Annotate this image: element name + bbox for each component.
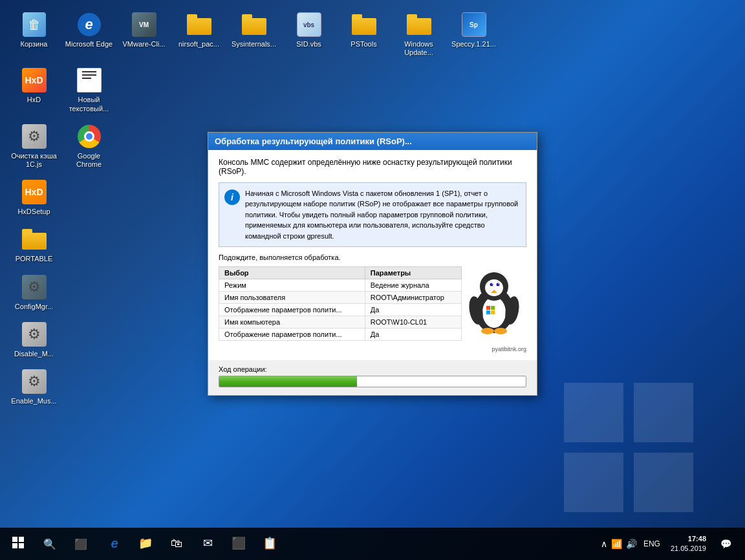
table-cell-col2: ROOT\W10-CL01 [365,316,461,328]
start-button[interactable] [3,528,34,560]
taskbar-cmd[interactable]: ⬛ [224,528,254,560]
taskbar-tray: ∧ 📶 🔊 ENG 17:48 21.05.2019 💬 [596,528,742,560]
app6-taskbar-icon: 📋 [263,536,277,550]
table-row: Имя компьютераROOT\W10-CL01 [219,316,462,328]
table-row: Отображение параметров полити...Да [219,328,462,341]
progress-bar-background [219,376,526,387]
rsop-dialog: Обработка результирующей политики (RSoP)… [208,132,537,396]
col-header-selection: Выбор [219,267,365,279]
svg-point-12 [497,283,500,286]
table-cell-col2: Ведение журнала [365,279,461,292]
svg-rect-24 [19,537,24,542]
svg-point-7 [485,279,503,296]
dialog-body: Консоль MMC содержит определённую ниже о… [208,150,537,361]
data-table: Выбор Параметры РежимВедение журналаИмя … [219,266,462,341]
table-cell-col1: Имя компьютера [219,316,365,328]
store-taskbar-icon: 🛍 [171,537,182,550]
progress-bar-fill [219,376,357,387]
table-cell-col1: Имя пользователя [219,292,365,304]
taskbar-edge[interactable]: e [100,528,129,560]
penguin-mascot [462,266,526,338]
task-view-button[interactable]: ⬛ [66,528,96,560]
dialog-titlebar: Обработка результирующей политики (RSoP)… [208,133,537,150]
taskbar-apps: e 📁 🛍 ✉ ⬛ 📋 [100,528,285,560]
svg-point-18 [494,328,507,334]
table-cell-col1: Отображение параметров полити... [219,304,365,316]
table-row: РежимВедение журнала [219,279,462,292]
clock-time: 17:48 [671,534,706,544]
svg-rect-23 [12,537,17,542]
taskbar-explorer[interactable]: 📁 [131,528,160,560]
desktop: 🗑 Корзина e Microsoft Edge VM VMware-Cli… [0,0,745,560]
svg-rect-22 [491,310,495,314]
svg-point-10 [491,283,493,285]
edge-taskbar-icon: e [111,536,118,551]
processing-text: Подождите, выполняется обработка. [219,253,526,261]
cmd-taskbar-icon: ⬛ [232,536,246,550]
svg-rect-20 [491,306,495,310]
search-icon: 🔍 [43,538,56,550]
table-row: Имя пользователяROOT\Администратор [219,292,462,304]
taskbar-mail[interactable]: ✉ [193,528,222,560]
volume-icon[interactable]: 🔊 [626,539,637,549]
table-left: Выбор Параметры РежимВедение журналаИмя … [219,266,462,346]
progress-section: Ход операции: [208,360,537,395]
taskbar-store[interactable]: 🛍 [162,528,191,560]
dialog-info-text: Начиная с Microsoft Windows Vista с паке… [245,188,521,242]
tray-arrow-icon[interactable]: ∧ [601,539,607,549]
svg-point-13 [498,283,499,285]
table-row: Отображение параметров полити...Да [219,304,462,316]
svg-rect-21 [486,310,490,314]
taskbar: 🔍 ⬛ e 📁 🛍 ✉ ⬛ 📋 [0,528,745,560]
notification-center-button[interactable]: 💬 [714,528,737,560]
svg-point-17 [481,328,494,334]
windows-start-icon [12,537,24,552]
task-view-icon: ⬛ [74,538,87,550]
explorer-taskbar-icon: 📁 [138,536,153,550]
network-icon[interactable]: 📶 [611,539,622,549]
svg-rect-26 [19,543,24,548]
info-icon: i [224,189,240,205]
table-cell-col2: ROOT\Администратор [365,292,461,304]
svg-rect-19 [486,306,490,310]
svg-rect-25 [12,543,17,548]
table-cell-col2: Да [365,304,461,316]
watermark: pyatibitnk.org [219,346,526,352]
dialog-info-box: i Начиная с Microsoft Windows Vista с па… [219,182,526,248]
search-button[interactable]: 🔍 [35,528,65,560]
mail-taskbar-icon: ✉ [203,536,213,550]
clock-date: 21.05.2019 [671,544,706,554]
table-cell-col1: Отображение параметров полити... [219,328,365,341]
dialog-title: Обработка результирующей политики (RSoP)… [215,136,412,146]
progress-label: Ход операции: [219,365,526,373]
taskbar-app6[interactable]: 📋 [255,528,285,560]
table-cell-col2: Да [365,328,461,341]
svg-point-9 [490,283,493,286]
tray-icons: ∧ 📶 🔊 ENG [601,539,663,549]
tray-clock[interactable]: 17:48 21.05.2019 [665,534,711,554]
dialog-header: Консоль MMC содержит определённую ниже о… [219,158,526,176]
notification-icon: 💬 [720,539,731,549]
dialog-overlay: Обработка результирующей политики (RSoP)… [0,0,745,528]
table-container: Выбор Параметры РежимВедение журналаИмя … [219,266,526,346]
language-label[interactable]: ENG [643,539,660,548]
col-header-params: Параметры [365,267,461,279]
table-cell-col1: Режим [219,279,365,292]
